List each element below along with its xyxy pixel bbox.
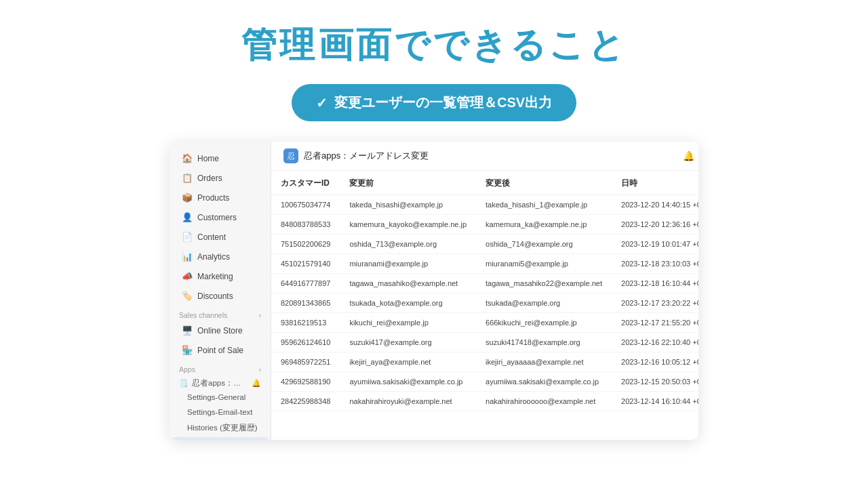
products-icon: 📦 xyxy=(182,192,193,203)
sidebar-item-orders-label: Orders xyxy=(197,174,222,183)
sidebar-item-marketing-label: Marketing xyxy=(197,272,233,281)
data-table: カスタマーID 変更前 変更後 日時 100675034774takeda_hi… xyxy=(271,171,698,411)
main-header-icons: 🔔 ⋯ xyxy=(683,150,698,161)
cell-1-0: 848083788533 xyxy=(271,215,340,235)
table-row: 848083788533kamemura_kayoko@example.ne.j… xyxy=(271,215,698,235)
cell-0-1: takeda_hisashi@example.jp xyxy=(340,195,476,215)
cell-4-2: tagawa_masahiko22@example.net xyxy=(476,274,612,293)
sidebar-item-customers[interactable]: 👤 Customers xyxy=(172,208,268,226)
apps-section: Apps › xyxy=(170,360,271,375)
sidebar-item-analytics-label: Analytics xyxy=(197,252,230,262)
cell-2-2: oshida_714@example.org xyxy=(476,235,612,254)
table-row: 820891343865tsukada_kota@example.orgtsuk… xyxy=(271,293,698,313)
table-wrapper: カスタマーID 変更前 変更後 日時 100675034774takeda_hi… xyxy=(271,171,698,440)
sidebar-sub-histories-csv[interactable]: Histories CSV DL xyxy=(172,437,268,440)
cell-2-1: oshida_713@example.org xyxy=(340,235,476,254)
customers-icon: 👤 xyxy=(182,212,193,222)
sidebar-item-online-store[interactable]: 🖥️ Online Store xyxy=(172,321,268,340)
cell-3-1: miuranami@example.jp xyxy=(340,254,476,274)
sidebar-item-discounts[interactable]: 🏷️ Discounts xyxy=(172,287,268,305)
col-after: 変更後 xyxy=(476,171,612,195)
badge-text: 変更ユーザーの一覧管理＆CSV出力 xyxy=(334,94,552,112)
sidebar-sub-settings-general[interactable]: Settings-General xyxy=(172,390,268,404)
hero-section: 管理画面でできること ✓ 変更ユーザーの一覧管理＆CSV出力 xyxy=(0,0,868,135)
col-customer-id: カスタマーID xyxy=(271,171,340,195)
sidebar-sub-histories[interactable]: Histories (変更履歴) xyxy=(172,420,268,436)
discounts-icon: 🏷️ xyxy=(182,291,193,301)
cell-0-0: 100675034774 xyxy=(271,195,340,215)
table-header-row: カスタマーID 変更前 変更後 日時 xyxy=(271,171,698,195)
cell-3-3: 2023-12-18 23:10:03 +0900 xyxy=(612,254,698,274)
cell-8-1: ikejiri_aya@example.net xyxy=(340,352,476,372)
hero-badge: ✓ 変更ユーザーの一覧管理＆CSV出力 xyxy=(292,84,576,121)
cell-1-2: kamemura_ka@example.ne.jp xyxy=(476,215,612,235)
apps-label: Apps xyxy=(179,365,195,373)
sidebar-item-orders[interactable]: 📋 Orders xyxy=(172,169,268,187)
sidebar-item-products-label: Products xyxy=(197,193,229,203)
orders-icon: 📋 xyxy=(182,173,193,183)
cell-10-0: 284225988348 xyxy=(271,392,340,411)
cell-4-3: 2023-12-18 16:10:44 +0900 xyxy=(612,274,698,293)
cell-0-2: takeda_hisashi_1@example.jp xyxy=(476,195,612,215)
table-row: 284225988348nakahirahiroyuki@example.net… xyxy=(271,392,698,411)
apps-item-row[interactable]: 🗒️ 忍者apps：メールアド... 🔔 xyxy=(170,375,271,390)
cell-4-0: 644916777897 xyxy=(271,274,340,293)
cell-5-2: tsukada@example.org xyxy=(476,293,612,313)
main-header: 忍 忍者apps：メールアドレス変更 🔔 ⋯ xyxy=(271,142,698,171)
main-header-title: 忍者apps：メールアドレス変更 xyxy=(304,150,677,162)
cell-10-1: nakahirahiroyuki@example.net xyxy=(340,392,476,411)
main-content: 忍 忍者apps：メールアドレス変更 🔔 ⋯ カスタマーID 変更前 変更後 日… xyxy=(271,142,698,440)
home-icon: 🏠 xyxy=(182,153,193,163)
sidebar-item-analytics[interactable]: 📊 Analytics xyxy=(172,247,268,266)
sidebar-sub-settings-email[interactable]: Settings-Email-text xyxy=(172,405,268,419)
sidebar-item-discounts-label: Discounts xyxy=(197,291,233,301)
cell-10-2: nakahirahiroooooo@example.net xyxy=(476,392,612,411)
cell-2-3: 2023-12-19 10:01:47 +0900 xyxy=(612,235,698,254)
sidebar-item-point-of-sale[interactable]: 🏪 Point of Sale xyxy=(172,341,268,359)
sidebar-item-home-label: Home xyxy=(197,154,219,163)
app-icon-text: 忍 xyxy=(288,151,295,161)
sidebar-item-home[interactable]: 🏠 Home xyxy=(172,149,268,167)
apps-bell-icon: 🔔 xyxy=(252,379,261,388)
point-of-sale-icon: 🏪 xyxy=(182,345,193,355)
cell-3-0: 451021579140 xyxy=(271,254,340,274)
cell-10-3: 2023-12-14 16:10:44 +0900 xyxy=(612,392,698,411)
cell-8-3: 2023-12-16 10:05:12 +0900 xyxy=(612,352,698,372)
hero-title: 管理画面でできること xyxy=(0,22,868,69)
online-store-icon: 🖥️ xyxy=(182,325,193,336)
app-header-icon: 忍 xyxy=(283,148,298,163)
apps-item-label: 忍者apps：メールアド... xyxy=(192,378,248,388)
cell-7-3: 2023-12-16 22:10:40 +0900 xyxy=(612,333,698,352)
cell-7-2: suzuki417418@example.org xyxy=(476,333,612,352)
table-row: 751502200629oshida_713@example.orgoshida… xyxy=(271,235,698,254)
table-row: 969485972251ikejiri_aya@example.netikeji… xyxy=(271,352,698,372)
marketing-icon: 📣 xyxy=(182,271,193,281)
analytics-icon: 📊 xyxy=(182,251,193,262)
sidebar-item-content[interactable]: 📄 Content xyxy=(172,228,268,246)
cell-5-3: 2023-12-17 23:20:22 +0900 xyxy=(612,293,698,313)
cell-1-3: 2023-12-20 12:36:16 +0900 xyxy=(612,215,698,235)
sidebar-item-marketing[interactable]: 📣 Marketing xyxy=(172,267,268,285)
cell-6-1: kikuchi_rei@example.jp xyxy=(340,313,476,333)
sidebar-item-pos-label: Point of Sale xyxy=(197,346,243,355)
cell-7-1: suzuki417@example.org xyxy=(340,333,476,352)
cell-7-0: 959626124610 xyxy=(271,333,340,352)
cell-9-3: 2023-12-15 20:50:03 +0900 xyxy=(612,372,698,392)
sidebar-item-products[interactable]: 📦 Products xyxy=(172,188,268,207)
cell-5-1: tsukada_kota@example.org xyxy=(340,293,476,313)
app-icon: 🗒️ xyxy=(179,379,189,388)
sales-channels-section: Sales channels › xyxy=(170,306,271,321)
table-row: 644916777897tagawa_masahiko@example.nett… xyxy=(271,274,698,293)
cell-6-2: 666kikuchi_rei@example.jp xyxy=(476,313,612,333)
cell-6-0: 93816219513 xyxy=(271,313,340,333)
sidebar-item-content-label: Content xyxy=(197,232,226,242)
cell-5-0: 820891343865 xyxy=(271,293,340,313)
content-icon: 📄 xyxy=(182,232,193,242)
table-row: 100675034774takeda_hisashi@example.jptak… xyxy=(271,195,698,215)
notification-bell-icon[interactable]: 🔔 xyxy=(683,150,694,161)
col-before: 変更前 xyxy=(340,171,476,195)
cell-1-1: kamemura_kayoko@example.ne.jp xyxy=(340,215,476,235)
table-row: 93816219513kikuchi_rei@example.jp666kiku… xyxy=(271,313,698,333)
cell-9-1: ayumiiwa.sakisaki@example.co.jp xyxy=(340,372,476,392)
table-row: 959626124610suzuki417@example.orgsuzuki4… xyxy=(271,333,698,352)
